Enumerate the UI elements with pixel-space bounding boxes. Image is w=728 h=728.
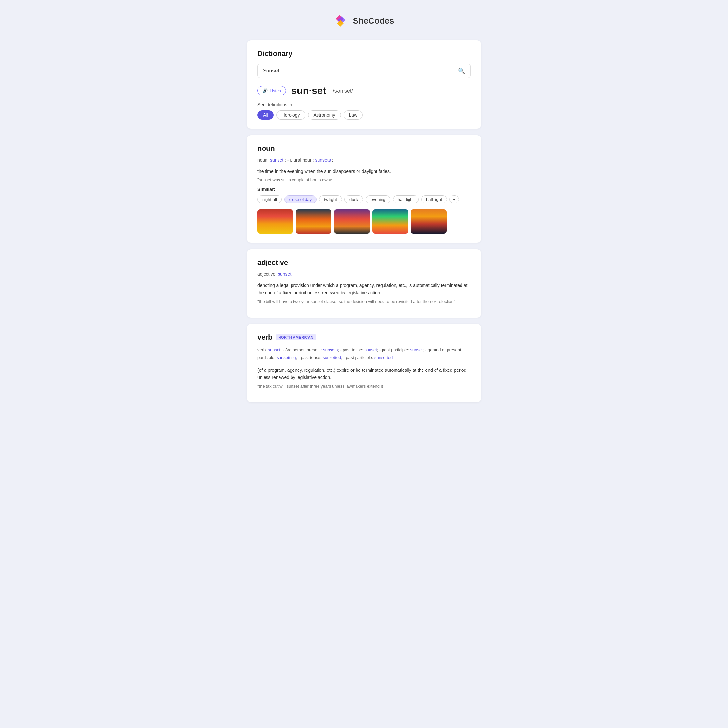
noun-prefix: noun: [257, 157, 270, 162]
verb-link-6[interactable]: sunsetted [323, 355, 341, 360]
verb-link-3[interactable]: sunset [365, 347, 377, 352]
see-defs-label: See definitions in: [257, 102, 471, 107]
adj-example: "the bill will have a two-year sunset cl… [257, 299, 471, 304]
sunset-image-3[interactable] [334, 209, 370, 234]
listen-label: Listen [270, 89, 281, 93]
noun-example: "sunset was still a couple of hours away… [257, 177, 471, 182]
plural-link[interactable]: sunsets [315, 157, 330, 162]
tag-dusk[interactable]: dusk [344, 195, 363, 203]
sunset-image-4[interactable] [372, 209, 408, 234]
search-button[interactable]: 🔍 [458, 67, 465, 75]
adj-prefix: adjective: [257, 271, 278, 277]
verb-link-4[interactable]: sunset [410, 347, 422, 352]
verb-example: "the tax cut will sunset after three yea… [257, 384, 471, 389]
north-american-badge: NORTH AMERICAN [275, 335, 316, 340]
adjective-card: adjective adjective: sunset ; denoting a… [247, 249, 481, 318]
logo-area: SheCodes [247, 13, 481, 29]
verb-card: verb NORTH AMERICAN verb: sunset; - 3rd … [247, 324, 481, 402]
filter-all[interactable]: All [257, 110, 274, 119]
filter-law[interactable]: Law [344, 110, 363, 119]
tag-nightfall[interactable]: nightfall [257, 195, 282, 203]
adj-link[interactable]: sunset [278, 271, 291, 277]
search-box: 🔍 [257, 64, 471, 78]
tag-half-light-1[interactable]: half-light [393, 195, 419, 203]
verb-link-7[interactable]: sunsetted [375, 355, 393, 360]
filter-horology[interactable]: Horology [276, 110, 306, 119]
images-row [257, 209, 471, 234]
pos-adjective: adjective [257, 258, 471, 267]
search-input[interactable] [263, 68, 458, 74]
dictionary-card: Dictionary 🔍 🔊 Listen sun·set /sən,set/ … [247, 40, 481, 129]
filter-astronomy[interactable]: Astronomy [308, 110, 341, 119]
pos-noun: noun [257, 144, 471, 153]
tag-more[interactable]: ▾ [450, 195, 459, 203]
verb-meta: verb: sunset; - 3rd person present: suns… [257, 346, 471, 361]
logo-icon [334, 13, 349, 29]
word-title: sun·set [291, 85, 327, 96]
tag-half-light-2[interactable]: half-light [421, 195, 447, 203]
tag-twilight[interactable]: twilight [319, 195, 342, 203]
filter-buttons: All Horology Astronomy Law [257, 110, 471, 119]
verb-link-1[interactable]: sunset [268, 347, 280, 352]
similar-label: Similiar: [257, 187, 471, 192]
speaker-icon: 🔊 [262, 88, 268, 93]
tag-evening[interactable]: evening [366, 195, 390, 203]
verb-definition: (of a program, agency, regulation, etc.)… [257, 367, 471, 381]
adjective-meta: adjective: sunset ; [257, 271, 471, 277]
search-icon: 🔍 [458, 67, 465, 74]
pronunciation-row: 🔊 Listen sun·set /sən,set/ [257, 85, 471, 96]
verb-link-2[interactable]: sunsets [323, 347, 338, 352]
logo-text: SheCodes [353, 16, 394, 26]
phonetic: /sən,set/ [333, 88, 353, 94]
sunset-image-2[interactable] [296, 209, 332, 234]
verb-link-5[interactable]: sunsetting [277, 355, 296, 360]
adj-definition: denoting a legal provision under which a… [257, 282, 471, 297]
page-title: Dictionary [257, 49, 471, 58]
noun-sep: ; - plural noun: [285, 157, 315, 162]
listen-button[interactable]: 🔊 Listen [257, 86, 286, 95]
noun-definition: the time in the evening when the sun dis… [257, 168, 471, 175]
sunset-image-5[interactable] [411, 209, 447, 234]
noun-link[interactable]: sunset [270, 157, 283, 162]
sunset-image-1[interactable] [257, 209, 293, 234]
tag-close-of-day[interactable]: close of day [284, 195, 317, 203]
similar-tags: nightfall close of day twilight dusk eve… [257, 195, 471, 203]
noun-card: noun noun: sunset ; - plural noun: sunse… [247, 135, 481, 243]
noun-meta: noun: sunset ; - plural noun: sunsets ; [257, 157, 471, 162]
pos-verb: verb [257, 333, 272, 341]
